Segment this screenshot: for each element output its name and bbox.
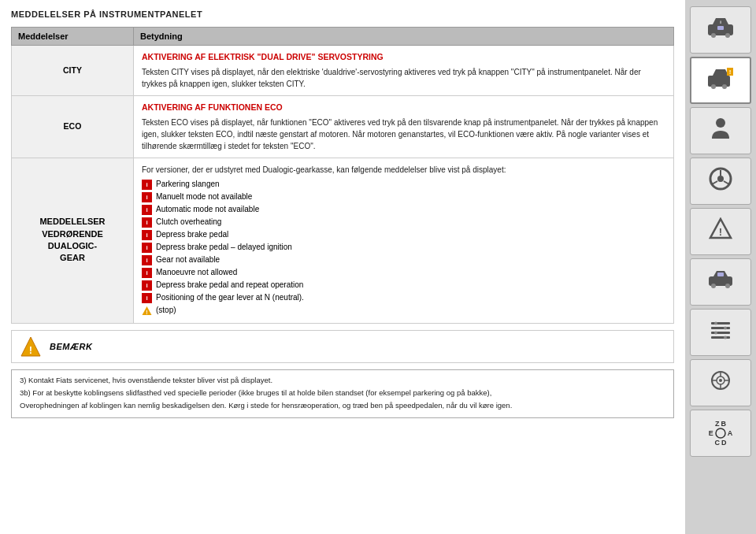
table-row: CITY AKTIVERING AF ELEKTRISK "DUAL DRIVE…	[12, 46, 674, 96]
list-item: iManuelt mode not available	[142, 191, 665, 202]
sidebar-item-message[interactable]: !	[690, 57, 751, 104]
bullet-icon: i	[142, 192, 152, 202]
row-content-dualogic: For versioner, der er udstyret med Dualo…	[134, 158, 674, 323]
sidebar-item-gear[interactable]: Z B E A C D	[690, 410, 751, 457]
dualogic-bullets: iParkering slangen iManuelt mode not ava…	[142, 179, 665, 316]
svg-point-26	[711, 284, 716, 288]
list-item: ! (stop)	[142, 305, 665, 316]
list-item: iAutomatic mode not available	[142, 204, 665, 215]
svg-rect-31	[711, 332, 730, 334]
sidebar-item-person[interactable]	[690, 107, 751, 154]
svg-rect-32	[711, 336, 730, 339]
main-content: MEDDELELSER PÅ INSTRUMENTPANELET Meddele…	[0, 0, 685, 534]
sidebar: i ! !	[685, 0, 756, 534]
svg-line-20	[712, 181, 717, 184]
col1-header: Meddelelser	[12, 28, 134, 46]
person-icon	[710, 117, 731, 145]
svg-point-13	[722, 84, 727, 89]
city-section-body: Teksten CITY vises på displayet, når den…	[142, 66, 665, 90]
row-content-eco: AKTIVERING AF FUNKTIONEN ECO Teksten ECO…	[134, 95, 674, 158]
warning-triangle-icon: !	[142, 306, 152, 316]
row-label-eco: ECO	[12, 95, 134, 158]
row-label-dualogic: MEDDELELSERVEDRØRENDE DUALOGIC-GEAR	[12, 158, 134, 323]
svg-point-27	[725, 284, 730, 288]
svg-text:!: !	[29, 344, 32, 356]
svg-rect-30	[711, 327, 730, 329]
bullet-icon: i	[142, 268, 152, 278]
svg-point-33	[714, 322, 717, 325]
svg-point-44	[716, 428, 725, 438]
bullet-icon: i	[142, 180, 152, 190]
bullet-icon: i	[142, 280, 152, 291]
gear-c: C	[715, 439, 721, 447]
circle-icon	[715, 428, 726, 439]
bullet-icon: i	[142, 243, 152, 253]
svg-text:!: !	[719, 226, 722, 238]
table-row: ECO AKTIVERING AF FUNKTIONEN ECO Teksten…	[12, 95, 674, 158]
gear-d: D	[721, 439, 727, 447]
gear-z: Z	[715, 420, 720, 428]
gear-b: B	[721, 420, 727, 428]
footnote-2: 3b) For at beskytte koblingsens slidfast…	[20, 388, 665, 399]
eco-section-body: Teksten ECO vises på displayet, når funk…	[142, 117, 665, 152]
main-table: Meddelelser Betydning CITY AKTIVERING AF…	[11, 27, 674, 324]
row-content-city: AKTIVERING AF ELEKTRISK "DUAL DRIVE" SER…	[134, 46, 674, 96]
page-title: MEDDELELSER PÅ INSTRUMENTPANELET	[11, 9, 674, 19]
bemerk-text: BEMÆRK	[50, 342, 92, 351]
footnote-3: Overophedningen af koblingen kan nemlig …	[20, 400, 665, 411]
list-item: iPositioning of the gear lever at N (neu…	[142, 292, 665, 303]
bullet-icon: i	[142, 217, 152, 228]
eco-section-title: AKTIVERING AF FUNKTIONEN ECO	[142, 102, 665, 114]
city-section-title: AKTIVERING AF ELEKTRISK "DUAL DRIVE" SER…	[142, 51, 665, 64]
list-item: iDepress brake pedal and repeat operatio…	[142, 280, 665, 291]
footnote-box: 3) Kontakt Fiats servicenet, hvis ovenst…	[11, 369, 674, 419]
sidebar-item-service[interactable]	[690, 258, 751, 306]
bullet-icon: i	[142, 293, 152, 303]
footnote-1: 3) Kontakt Fiats servicenet, hvis ovenst…	[20, 375, 665, 386]
sidebar-item-steering[interactable]	[690, 158, 751, 205]
gear-e: E	[709, 429, 713, 437]
row-label-city: CITY	[12, 46, 134, 96]
bullet-icon: i	[142, 230, 152, 240]
sidebar-item-car-info[interactable]: i	[690, 6, 751, 54]
svg-rect-8	[717, 26, 724, 30]
sidebar-item-music[interactable]	[690, 359, 751, 406]
svg-point-34	[724, 327, 727, 330]
music-icon	[710, 369, 732, 396]
svg-point-12	[711, 84, 716, 89]
car-info-icon: i	[706, 17, 735, 43]
sidebar-item-warning[interactable]: !	[690, 208, 751, 255]
svg-rect-10	[708, 76, 730, 87]
bemerk-box: ! BEMÆRK	[11, 330, 674, 363]
list-item: iManoeuvre not allowed	[142, 267, 665, 278]
list-item: iDepress brake pedal	[142, 229, 665, 240]
list-item: iGear not available	[142, 254, 665, 265]
car-service-icon	[707, 269, 734, 295]
svg-rect-28	[717, 273, 724, 276]
sidebar-item-settings[interactable]	[690, 309, 751, 356]
list-item: iClutch overheating	[142, 217, 665, 228]
list-item: iDepress brake pedal – delayed ignition	[142, 242, 665, 253]
steering-icon	[709, 167, 732, 195]
svg-point-39	[719, 379, 722, 382]
svg-line-21	[724, 181, 729, 184]
message-car-icon: !	[706, 66, 735, 95]
bullet-icon: i	[142, 255, 152, 265]
warning-icon: !	[709, 217, 732, 246]
gear-badge-3: C D	[715, 439, 727, 447]
svg-point-7	[725, 33, 730, 38]
svg-point-36	[724, 336, 727, 339]
svg-text:!: !	[146, 310, 147, 315]
svg-rect-29	[711, 322, 730, 324]
svg-point-18	[717, 176, 724, 182]
svg-point-6	[711, 33, 716, 38]
svg-marker-11	[713, 69, 728, 76]
list-item: iParkering slangen	[142, 179, 665, 190]
gear-badge-2: E A	[709, 428, 733, 439]
gear-badge: Z B	[715, 420, 726, 428]
table-row: MEDDELELSERVEDRØRENDE DUALOGIC-GEAR For …	[12, 158, 674, 323]
svg-text:!: !	[729, 69, 732, 76]
dualogic-intro: For versioner, der er udstyret med Dualo…	[142, 164, 665, 176]
svg-point-16	[716, 118, 725, 128]
col2-header: Betydning	[134, 28, 674, 46]
